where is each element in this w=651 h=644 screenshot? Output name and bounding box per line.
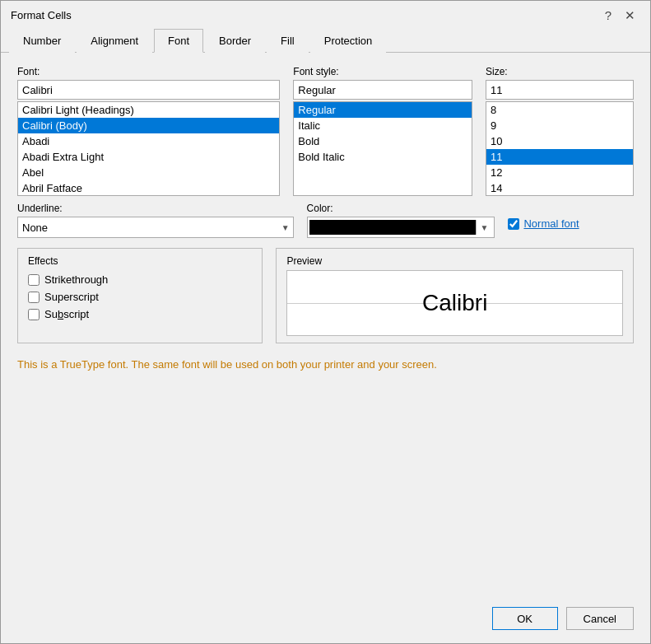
preview-box: Preview Calibri (276, 248, 634, 343)
color-picker[interactable]: ▼ (307, 217, 495, 238)
font-column: Font: Calibri Light (Headings) Calibri (… (17, 66, 280, 196)
font-input[interactable] (17, 80, 280, 100)
superscript-label: Superscript (44, 291, 99, 303)
font-list-item[interactable]: Calibri Light (Headings) (18, 102, 279, 118)
button-row: OK Cancel (1, 597, 650, 643)
style-list-item-italic[interactable]: Italic (294, 118, 472, 133)
size-list-item[interactable]: 9 (486, 118, 633, 133)
size-list-item[interactable]: 10 (486, 133, 633, 149)
font-style-size-row: Font: Calibri Light (Headings) Calibri (… (17, 66, 634, 196)
title-bar: Format Cells ? ✕ (1, 1, 650, 28)
size-label: Size: (486, 66, 634, 77)
format-cells-dialog: Format Cells ? ✕ Number Alignment Font B… (0, 0, 651, 644)
style-input[interactable] (293, 80, 472, 100)
underline-select[interactable]: None Single Double Single Accounting Dou… (17, 217, 294, 238)
underline-select-wrapper: None Single Double Single Accounting Dou… (17, 217, 294, 238)
font-list-item[interactable]: Abadi Extra Light (18, 149, 279, 165)
close-button[interactable]: ✕ (620, 7, 640, 23)
style-list-item-bolditalic[interactable]: Bold Italic (294, 149, 472, 165)
style-list[interactable]: Regular Italic Bold Bold Italic (293, 101, 472, 196)
superscript-item[interactable]: Superscript (28, 291, 252, 303)
font-list-item[interactable]: Abel (18, 165, 279, 180)
size-list-item[interactable]: 8 (486, 102, 633, 118)
color-swatch (309, 220, 476, 235)
normal-font-column: Normal font (508, 203, 634, 230)
subscript-label: Subscript (44, 308, 89, 320)
normal-font-text: Normal font (523, 217, 579, 230)
size-list-item-11[interactable]: 11 (486, 149, 633, 165)
tab-bar: Number Alignment Font Border Fill Protec… (1, 28, 650, 53)
preview-area: Calibri (286, 270, 623, 336)
superscript-checkbox[interactable] (28, 292, 40, 303)
size-list-item[interactable]: 12 (486, 165, 633, 180)
underline-column: Underline: None Single Double Single Acc… (17, 203, 294, 238)
normal-font-label[interactable]: Normal font (508, 217, 579, 230)
cancel-button[interactable]: Cancel (566, 607, 634, 630)
strikethrough-item[interactable]: Strikethrough (28, 273, 252, 286)
preview-label: Preview (286, 255, 623, 267)
size-input[interactable] (486, 80, 634, 100)
color-column: Color: ▼ (307, 203, 495, 238)
tab-number[interactable]: Number (9, 29, 75, 53)
underline-color-row: Underline: None Single Double Single Acc… (17, 203, 634, 238)
font-list-item-selected[interactable]: Calibri (Body) (18, 118, 279, 133)
effects-preview-row: Effects Strikethrough Superscript Subscr… (17, 248, 634, 343)
style-label: Font style: (293, 66, 472, 77)
font-label: Font: (17, 66, 280, 77)
size-list[interactable]: 8 9 10 11 12 14 (486, 101, 634, 196)
preview-text: Calibri (422, 290, 487, 316)
strikethrough-checkbox[interactable] (28, 274, 40, 286)
title-bar-controls: ? ✕ (600, 7, 640, 23)
info-text: This is a TrueType font. The same font w… (17, 357, 634, 373)
color-dropdown-icon: ▼ (476, 220, 493, 235)
underline-label: Underline: (17, 203, 294, 214)
tab-fill[interactable]: Fill (267, 29, 309, 53)
tab-protection[interactable]: Protection (310, 29, 387, 53)
font-list[interactable]: Calibri Light (Headings) Calibri (Body) … (17, 101, 280, 196)
normal-font-checkbox[interactable] (508, 218, 519, 230)
effects-title: Effects (28, 255, 252, 267)
tab-content-font: Font: Calibri Light (Headings) Calibri (… (1, 53, 650, 497)
effects-box: Effects Strikethrough Superscript Subscr… (17, 248, 263, 343)
size-column: Size: 8 9 10 11 12 14 (486, 66, 634, 196)
tab-alignment[interactable]: Alignment (77, 29, 152, 53)
tab-border[interactable]: Border (205, 29, 265, 53)
subscript-checkbox[interactable] (28, 309, 40, 320)
style-column: Font style: Regular Italic Bold Bold Ita… (293, 66, 472, 196)
spacer (1, 497, 650, 597)
color-label: Color: (307, 203, 495, 214)
font-list-item[interactable]: Abril Fatface (18, 180, 279, 196)
size-list-item[interactable]: 14 (486, 180, 633, 196)
dialog-title: Format Cells (11, 9, 72, 21)
font-list-item[interactable]: Abadi (18, 133, 279, 149)
help-button[interactable]: ? (600, 7, 616, 23)
strikethrough-label: Strikethrough (44, 273, 108, 286)
style-list-item-bold[interactable]: Bold (294, 133, 472, 149)
tab-font[interactable]: Font (154, 29, 203, 53)
subscript-item[interactable]: Subscript (28, 308, 252, 320)
style-list-item-regular[interactable]: Regular (294, 102, 472, 118)
ok-button[interactable]: OK (492, 607, 558, 630)
